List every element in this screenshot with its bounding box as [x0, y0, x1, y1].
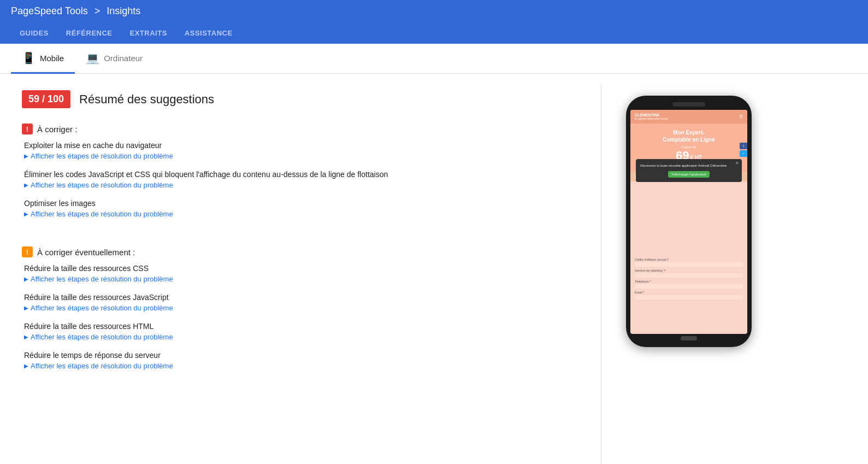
issue-server-title: Réduire le temps de réponse du serveur: [24, 351, 579, 360]
site-form: Chiffre d'affaires annuel ? Nombre de sa…: [630, 252, 747, 304]
site-tagline: le cabinet dans votre poche: [635, 117, 668, 120]
section-title: Insights: [107, 5, 140, 17]
phone-screen: CLÉMENTINE le cabinet dans votre poche ☰…: [630, 110, 747, 334]
issue-js-css-title: Éliminer les codes JavaScript et CSS qui…: [24, 170, 579, 179]
to-fix-label: À corriger :: [37, 125, 77, 134]
tab-ordinateur-label: Ordinateur: [104, 54, 143, 63]
preview-panel: CLÉMENTINE le cabinet dans votre poche ☰…: [601, 74, 776, 464]
tab-mobile[interactable]: 📱 Mobile: [11, 44, 75, 74]
score-badge: 59 / 100: [22, 90, 70, 108]
issue-js-css: Éliminer les codes JavaScript et CSS qui…: [24, 170, 579, 189]
issue-js-title: Réduire la taille des ressources JavaScr…: [24, 293, 579, 302]
form-input-2[interactable]: [635, 273, 743, 278]
twitter-icon[interactable]: t: [740, 150, 747, 157]
nav-bar: GUIDES RÉFÉRENCE EXTRAITS ASSISTANCE: [0, 22, 868, 44]
site-header: CLÉMENTINE le cabinet dans votre poche ☰: [630, 110, 747, 124]
issue-js-css-link[interactable]: Afficher les étapes de résolution du pro…: [24, 181, 579, 189]
form-label-1: Chiffre d'affaires annuel ?: [635, 258, 743, 261]
phone-home-button[interactable]: [681, 336, 697, 340]
issue-css-link[interactable]: Afficher les étapes de résolution du pro…: [24, 275, 579, 283]
nav-reference[interactable]: RÉFÉRENCE: [57, 22, 121, 44]
nav-guides[interactable]: GUIDES: [11, 22, 57, 44]
issue-images-title: Optimiser les images: [24, 199, 579, 208]
main-layout: 59 / 100 Résumé des suggestions ! À corr…: [0, 74, 868, 464]
nav-assistance[interactable]: ASSISTANCE: [176, 22, 241, 44]
popup-download-btn[interactable]: Télécharger l'application: [668, 171, 710, 178]
site-social: f t: [740, 143, 747, 157]
issue-cache: Exploiter la mise en cache du navigateur…: [24, 141, 579, 160]
issue-js-link[interactable]: Afficher les étapes de résolution du pro…: [24, 304, 579, 312]
computer-icon: 💻: [86, 51, 99, 64]
popup-close-icon[interactable]: ✕: [735, 161, 739, 166]
issue-server: Réduire le temps de réponse du serveur A…: [24, 351, 579, 370]
facebook-icon[interactable]: f: [740, 143, 747, 149]
to-fix-eventually-icon: !: [22, 246, 33, 257]
form-label-4: Email *: [635, 291, 743, 294]
tab-mobile-label: Mobile: [40, 54, 64, 63]
issue-html-link[interactable]: Afficher les étapes de résolution du pro…: [24, 333, 579, 341]
breadcrumb-separator: >: [95, 5, 101, 17]
mobile-icon: 📱: [22, 51, 36, 64]
popup-overlay: ✕ Découvrez la toute nouvelle applicatio…: [636, 159, 742, 182]
phone-screen-inner: CLÉMENTINE le cabinet dans votre poche ☰…: [630, 110, 747, 334]
site-hero-title: Mon Expert-Comptable en Ligne: [635, 129, 743, 143]
section-to-fix-eventually-header: ! À corriger éventuellement :: [22, 246, 579, 257]
issue-images: Optimiser les images Afficher les étapes…: [24, 199, 579, 218]
brand-title: PageSpeed Tools: [11, 5, 88, 17]
phone-mockup: CLÉMENTINE le cabinet dans votre poche ☰…: [626, 96, 752, 347]
form-input-4[interactable]: [635, 295, 743, 299]
issue-html: Réduire la taille des ressources HTML Af…: [24, 322, 579, 341]
tab-ordinateur[interactable]: 💻 Ordinateur: [75, 44, 153, 74]
popup-text: Découvrez la toute nouvelle application …: [640, 163, 737, 168]
issue-server-link[interactable]: Afficher les étapes de résolution du pro…: [24, 362, 579, 370]
form-label-3: Téléphone *: [635, 280, 743, 283]
site-logo-area: CLÉMENTINE le cabinet dans votre poche: [635, 113, 668, 120]
issue-cache-link[interactable]: Afficher les étapes de résolution du pro…: [24, 152, 579, 160]
site-logo-text: CLÉMENTINE: [635, 113, 668, 117]
issue-js: Réduire la taille des ressources JavaScr…: [24, 293, 579, 312]
score-header: 59 / 100 Résumé des suggestions: [22, 90, 579, 108]
menu-icon[interactable]: ☰: [739, 114, 743, 119]
score-title: Résumé des suggestions: [79, 92, 214, 107]
issue-html-title: Réduire la taille des ressources HTML: [24, 322, 579, 331]
to-fix-eventually-label: À corriger éventuellement :: [37, 248, 135, 257]
nav-extraits[interactable]: EXTRAITS: [121, 22, 176, 44]
top-bar: PageSpeed Tools > Insights: [0, 0, 868, 22]
to-fix-icon: !: [22, 124, 33, 134]
section-to-fix-header: ! À corriger :: [22, 124, 579, 134]
content-panel: 59 / 100 Résumé des suggestions ! À corr…: [0, 74, 601, 464]
form-input-3[interactable]: [635, 284, 743, 289]
issue-css: Réduire la taille des ressources CSS Aff…: [24, 264, 579, 283]
phone-notch: [672, 102, 705, 107]
form-input-1[interactable]: [635, 262, 743, 267]
issue-cache-title: Exploiter la mise en cache du navigateur: [24, 141, 579, 150]
issue-css-title: Réduire la taille des ressources CSS: [24, 264, 579, 273]
issue-images-link[interactable]: Afficher les étapes de résolution du pro…: [24, 210, 579, 218]
form-label-2: Nombre de salarié(s) ?: [635, 269, 743, 272]
tabs-container: 📱 Mobile 💻 Ordinateur: [0, 44, 868, 74]
